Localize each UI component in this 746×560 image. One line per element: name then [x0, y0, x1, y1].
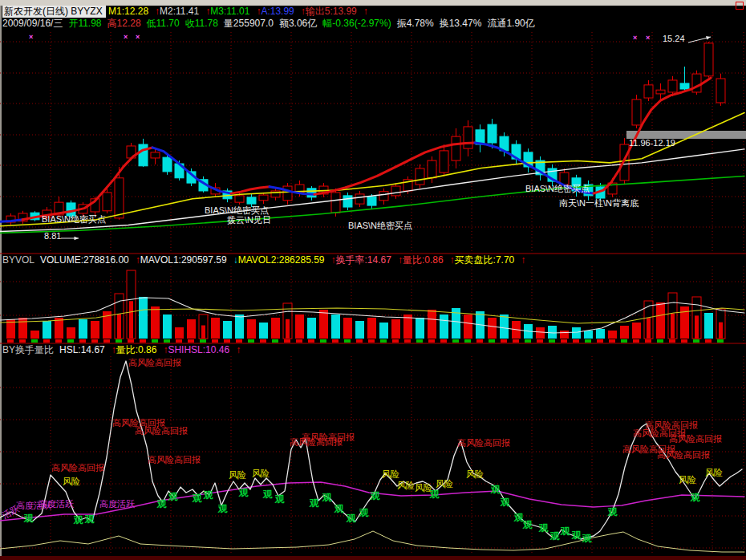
deduction-tick: [224, 339, 230, 343]
volume-header-value: BYVOL: [2, 254, 34, 266]
deduction-tick: [236, 339, 242, 343]
deduction-tick: [537, 339, 543, 343]
deduction-tick: [308, 339, 314, 343]
volume-bar-up: [632, 323, 641, 339]
up-arrow-icon: ↑: [521, 254, 525, 266]
deduction-tick: [404, 339, 411, 343]
deduction-tick: [549, 339, 555, 343]
annotation-arrowhead: [74, 237, 79, 241]
deduction-tick: [128, 339, 134, 343]
candle-body: [704, 43, 713, 76]
candle-body: [235, 196, 244, 202]
deduction-tick: [103, 339, 110, 343]
ma-line-white: [0, 149, 744, 232]
deduction-tick: [43, 339, 50, 343]
deduction-tick: [55, 339, 62, 343]
volume-bar-down: [79, 319, 87, 339]
candle-body: [103, 193, 111, 211]
deduction-tick: [464, 339, 471, 343]
volume-bar-down: [331, 314, 340, 339]
deduction-tick: [188, 339, 194, 343]
deduction-tick: [176, 339, 182, 343]
hsl-line: [0, 361, 742, 539]
deduction-tick: [31, 339, 38, 343]
volume-bar-up: [488, 318, 497, 339]
liangbi-line: [0, 531, 744, 552]
candle-body: [139, 144, 148, 166]
volume-bar-inner: [129, 301, 133, 339]
candle-body: [331, 193, 340, 213]
volume-bar-inner: [117, 314, 121, 339]
up-arrow-icon: ↑: [398, 254, 403, 266]
volume-bar-down: [440, 314, 448, 339]
volume-bar-up: [175, 327, 184, 339]
volume-panel-header: BYVOLVOLUME:278816.00↑MAVOL1:290597.59↓M…: [2, 254, 744, 266]
volume-header-value: MAVOL2:286285.59: [238, 254, 325, 266]
deduction-tick: [91, 339, 98, 343]
deduction-tick: [19, 339, 26, 343]
stock-app-window: 新农开发(日线) BYYZX M1:12.28↑M2:11.41↑M3:11.0…: [0, 0, 746, 560]
deduction-tick: [597, 339, 603, 343]
deduction-tick: [284, 339, 290, 343]
candle-body: [668, 80, 677, 92]
candle-body: [343, 196, 352, 207]
turnover-header-value: 量比:0.86: [116, 344, 157, 355]
deduction-tick: [164, 339, 170, 343]
volume-bar-up: [67, 327, 75, 339]
candle-body: [644, 85, 653, 98]
volume-bar-down: [584, 331, 593, 339]
candle-body: [379, 192, 388, 201]
deduction-tick: [681, 339, 687, 343]
turnover-panel-header: BY换手量比HSL:14.67↑量比:0.86↑SHIHSL:10.46↑: [2, 344, 744, 356]
up-arrow-icon: ↑: [136, 254, 140, 266]
deduction-tick: [669, 339, 675, 343]
charts-canvas[interactable]: [0, 0, 746, 560]
volume-bar-inner: [695, 315, 699, 339]
deduction-tick: [585, 339, 591, 343]
deduction-tick: [344, 339, 351, 343]
volume-header-value: VOLUME:278816.00: [40, 254, 129, 266]
volume-bar-up: [464, 314, 472, 339]
volume-bar-down: [307, 318, 316, 339]
volume-bar-down: [43, 321, 51, 339]
deduction-tick: [416, 339, 423, 343]
volume-bar-up: [343, 318, 352, 339]
shihsl-line: [0, 482, 744, 521]
deduction-tick: [501, 339, 507, 343]
candle-body: [656, 90, 665, 94]
deduction-tick: [332, 339, 339, 343]
deduction-tick: [633, 339, 639, 343]
up-arrow-icon: ↑: [111, 344, 116, 355]
volume-bar-up: [620, 326, 629, 339]
price-gap-band: [626, 131, 746, 139]
deduction-tick: [380, 339, 387, 343]
volume-bar-up: [536, 327, 545, 339]
deduction-tick: [200, 339, 206, 343]
deduction-tick: [525, 339, 531, 343]
candle-body: [355, 194, 364, 204]
candle-body: [680, 83, 689, 89]
volume-bar-up: [187, 319, 196, 339]
volume-bar-up: [391, 319, 400, 339]
volume-header-value: 换手率:14.67: [336, 254, 391, 266]
volume-bar-inner: [719, 323, 723, 339]
deduction-tick: [140, 339, 146, 343]
up-arrow-icon: ↑: [450, 254, 455, 266]
up-arrow-icon: ↑: [236, 344, 241, 355]
deduction-tick: [645, 339, 651, 343]
deduction-tick: [392, 339, 399, 343]
deduction-tick: [368, 339, 375, 343]
volume-bar-down: [139, 297, 148, 339]
deduction-tick: [7, 339, 14, 343]
volume-bar-inner: [647, 318, 651, 339]
volume-header-value: 量比:0.86: [403, 254, 444, 266]
candle-body: [464, 127, 472, 148]
volume-bar-down: [500, 314, 509, 339]
candle-body: [367, 197, 376, 205]
candle-body: [716, 79, 725, 103]
volume-bar-down: [355, 321, 364, 339]
volume-bar-inner: [671, 314, 675, 339]
deduction-tick: [693, 339, 699, 343]
volume-bar-down: [259, 323, 268, 339]
deduction-tick: [152, 339, 158, 343]
